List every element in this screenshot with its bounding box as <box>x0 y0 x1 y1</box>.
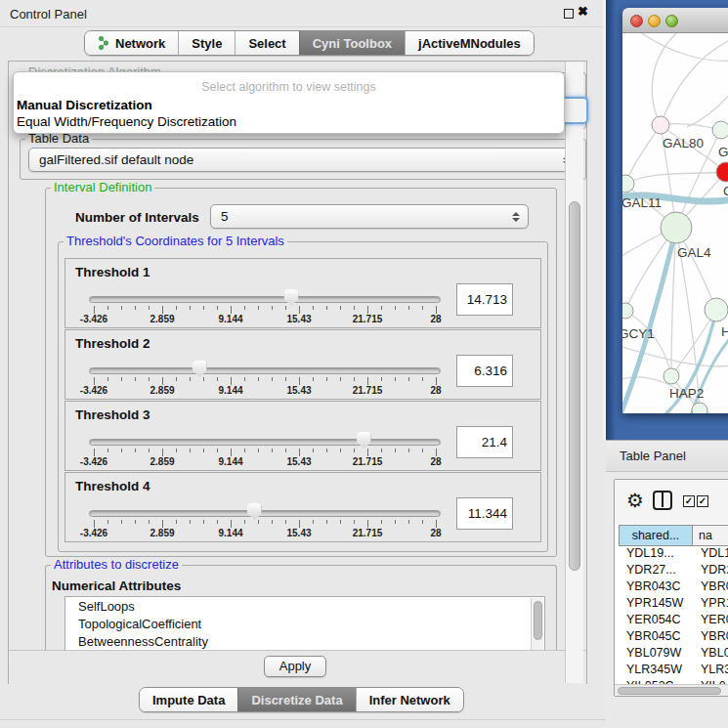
table-row[interactable]: YPR145WYPR1 <box>619 596 728 613</box>
tab-style[interactable]: Style <box>178 31 235 55</box>
slider-tick <box>408 306 409 310</box>
threshold-value-field[interactable]: 6.316 <box>456 355 513 387</box>
slider-tick-label: 21.715 <box>353 456 383 467</box>
network-canvas[interactable]: GAL80 GA GAL11 C GAL4 GCY1 H HAP2 <box>622 33 728 413</box>
slider-thumb[interactable] <box>284 289 299 306</box>
tab-infer-network[interactable]: Infer Network <box>356 688 463 711</box>
slider-tick <box>258 306 259 310</box>
gear-icon[interactable]: ⚙ <box>626 489 644 512</box>
tab-cyni-toolbox[interactable]: Cyni Toolbox <box>299 31 405 55</box>
attribute-list-item[interactable]: TopologicalCoefficient <box>65 615 544 632</box>
scrollbar-thumb[interactable] <box>569 201 580 571</box>
bottom-tab-bar: Impute Data Discretize Data Infer Networ… <box>139 687 464 712</box>
table-cell[interactable]: YBR0 <box>693 579 728 596</box>
node-hap2[interactable] <box>664 368 679 384</box>
table-row[interactable]: YBL079WYBL0 <box>619 646 728 663</box>
table-cell[interactable]: YLR345W <box>619 663 693 679</box>
apply-button[interactable]: Apply <box>264 656 326 677</box>
table-cell[interactable]: YBL079W <box>619 646 693 663</box>
slider-tick <box>326 520 327 524</box>
close-traffic-light-icon[interactable] <box>630 15 643 27</box>
dropdown-option-manual[interactable]: Manual Discretization <box>17 98 152 112</box>
float-window-icon[interactable] <box>564 9 574 19</box>
slider-tick <box>272 377 273 381</box>
table-cell[interactable]: YPR145W <box>619 596 693 613</box>
table-row[interactable]: YLR345WYLR3 <box>619 663 728 679</box>
slider-thumb[interactable] <box>193 361 207 377</box>
tab-jactivemnodules[interactable]: jActiveMNodules <box>405 31 534 55</box>
node-label: H <box>721 324 728 339</box>
slider-track[interactable] <box>89 296 441 303</box>
threshold-value-field[interactable]: 11.344 <box>456 497 513 530</box>
dropdown-option-equal-width[interactable]: Equal Width/Frequency Discretization <box>17 114 236 129</box>
table-row[interactable]: YDR27...YDR2 <box>619 563 728 579</box>
slider-track[interactable] <box>89 510 441 517</box>
attribute-list-item[interactable]: BetweennessCentrality <box>65 632 544 650</box>
slider-tick-label: 15.43 <box>286 385 311 396</box>
slider-tick <box>190 449 191 452</box>
table-row[interactable]: YDL19...YDL1 <box>619 546 728 563</box>
slider-tick-label: -3.426 <box>80 456 107 467</box>
panel-scrollbar[interactable] <box>565 62 583 683</box>
node-gal80[interactable] <box>652 116 669 134</box>
node[interactable] <box>692 403 707 413</box>
slider-thumb[interactable] <box>357 432 371 449</box>
num-intervals-spinner[interactable]: 5 <box>210 204 529 229</box>
slider-tick <box>258 520 259 524</box>
slider-track[interactable] <box>89 439 441 446</box>
slider-tick <box>422 306 423 310</box>
tab-network[interactable]: Network <box>85 31 178 55</box>
hscrollbar-thumb[interactable] <box>618 687 721 695</box>
table-hscrollbar[interactable] <box>615 684 728 696</box>
tab-impute-data[interactable]: Impute Data <box>140 688 237 711</box>
checkbox-checked-icon[interactable]: ✓ <box>697 495 708 507</box>
tab-select[interactable]: Select <box>235 31 298 55</box>
group-title: Attributes to discretize <box>51 557 182 572</box>
slider-tick <box>162 306 163 314</box>
table-cell[interactable]: YDR2 <box>693 563 728 579</box>
table-data-combobox[interactable]: galFiltered.sif default node <box>28 148 579 172</box>
list-scrollbar[interactable] <box>531 598 543 652</box>
table-cell[interactable]: YPR1 <box>693 596 728 613</box>
slider-tick <box>422 449 423 452</box>
column-header-name[interactable]: na <box>693 525 728 546</box>
table-cell[interactable]: YBR045C <box>619 629 693 646</box>
column-header-shared[interactable]: shared... <box>619 525 693 546</box>
table-row[interactable]: YBR045CYBR0 <box>619 629 728 646</box>
slider-tick <box>203 520 204 524</box>
slider-tick-label: 2.859 <box>150 456 174 467</box>
slider-tick <box>436 520 437 528</box>
table-cell[interactable]: YDL19... <box>619 546 693 563</box>
close-icon[interactable]: ✖ <box>578 4 588 19</box>
attribute-list-item[interactable]: SelfLoops <box>65 597 544 615</box>
checkbox-checked-icon[interactable]: ✓ <box>683 495 695 507</box>
table-cell[interactable]: YER054C <box>619 613 693 629</box>
table-cell[interactable]: YER0 <box>693 613 728 629</box>
zoom-traffic-light-icon[interactable] <box>665 15 678 27</box>
table-cell[interactable]: YBR0 <box>693 629 728 646</box>
slider-tick <box>340 449 341 452</box>
table-cell[interactable]: YBL0 <box>693 646 728 663</box>
node[interactable] <box>712 121 728 139</box>
slider-track[interactable] <box>89 367 441 374</box>
table-data-value: galFiltered.sif default node <box>39 152 193 167</box>
minimize-traffic-light-icon[interactable] <box>648 15 661 27</box>
slider-tick <box>107 377 108 381</box>
table-cell[interactable]: YBR043C <box>619 579 693 596</box>
node-gcy1[interactable] <box>622 303 633 319</box>
split-columns-icon[interactable] <box>653 491 672 510</box>
threshold-value-field[interactable]: 14.713 <box>456 283 513 316</box>
table-row[interactable]: YBR043CYBR0 <box>619 579 728 596</box>
node-gal4[interactable] <box>661 212 692 243</box>
node[interactable] <box>705 298 728 321</box>
table-cell[interactable]: YDL1 <box>693 546 728 563</box>
slider-thumb[interactable] <box>247 503 262 520</box>
network-window-titlebar[interactable] <box>622 8 728 33</box>
threshold-value-field[interactable]: 21.4 <box>456 426 513 458</box>
tab-discretize-data[interactable]: Discretize Data <box>237 688 355 711</box>
table-cell[interactable]: YLR3 <box>693 663 728 679</box>
table-row[interactable]: YER054CYER0 <box>619 613 728 629</box>
table-cell[interactable]: YDR27... <box>619 563 693 579</box>
slider-tick <box>313 377 314 381</box>
slider-tick <box>354 377 355 381</box>
